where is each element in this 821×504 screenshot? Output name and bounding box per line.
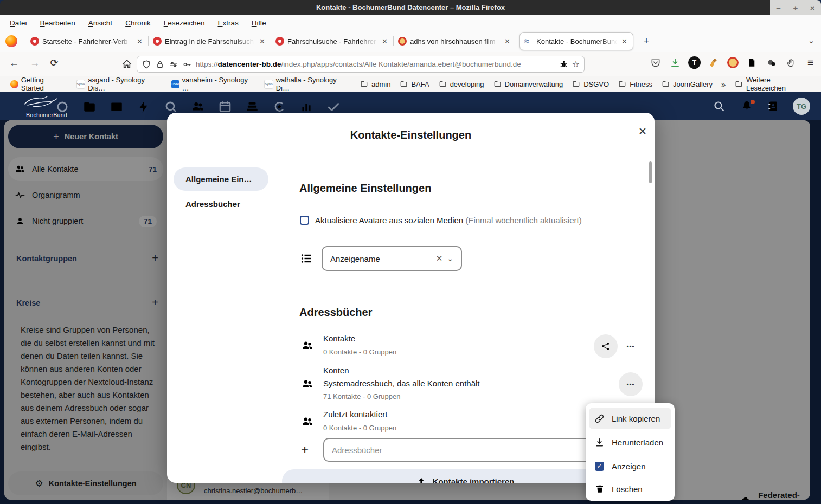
menu-bar: Datei Bearbeiten Ansicht Chronik Lesezei… [0,15,821,30]
bookmark-walhalla[interactable]: Synowalhalla - Synology Di… [261,76,354,92]
contacts-app-icon[interactable] [191,100,205,114]
tab-close-icon[interactable]: ✕ [620,37,628,46]
search-app-icon[interactable] [164,100,178,114]
modal-tab-allgemeine[interactable]: Allgemeine Ein… [174,167,268,191]
menu-hilfe[interactable]: Hilfe [246,19,272,27]
bookmark-folder-dsgvo[interactable]: DSGVO [569,80,612,88]
bookmark-folder-admin[interactable]: admin [357,80,393,88]
tasks-check-icon[interactable] [326,100,341,114]
bookmark-asgard[interactable]: Synoasgard - Synology Dis… [74,76,165,92]
add-addressbook-icon[interactable]: + [301,442,309,457]
dashboard-circle-icon[interactable] [55,100,69,114]
chevron-down-icon[interactable]: ⌄ [447,254,453,263]
addressbook-actions-icon[interactable]: ••• [619,334,643,358]
extension-doc-icon[interactable] [746,56,758,69]
downloads-icon[interactable] [669,56,681,69]
contacts-menu-icon[interactable] [767,100,780,113]
calendar-icon[interactable] [218,100,232,114]
files-icon[interactable] [82,100,97,114]
activity-bolt-icon[interactable] [137,100,151,114]
bookmark-folder-weitere[interactable]: Weitere Lesezeichen [732,76,813,92]
new-tab-button[interactable]: + [639,34,654,49]
synology-favicon: Syno [76,80,86,89]
tab-adhs[interactable]: adhs von hirschhausen film ✕ [394,32,516,50]
reload-icon[interactable]: ⟳ [48,57,61,69]
lock-icon[interactable] [155,60,165,69]
list-all-tabs-icon[interactable]: ⌄ [805,34,818,49]
saved-login-key-icon[interactable] [182,60,192,69]
tab-close-icon[interactable]: ✕ [503,37,511,46]
tab-title: adhs von hirschhausen film [410,37,500,46]
tab-close-icon[interactable]: ✕ [258,37,266,46]
pocket-icon[interactable] [649,56,662,69]
sort-select[interactable]: Anzeigename ✕ ⌄ [322,246,462,271]
menu-extras[interactable]: Extras [213,19,244,27]
firefox-icon[interactable] [5,35,17,47]
share-button[interactable] [594,334,618,358]
bookmark-folder-bafa[interactable]: BAFA [396,80,432,88]
tab-eintrag[interactable]: Eintrag in die Fahrschulsuch ✕ [149,32,271,50]
bochumerbund-logo[interactable]: BochumerBund [9,95,85,119]
extension-t-icon[interactable]: T [688,56,701,69]
forward-icon[interactable]: → [28,57,41,69]
photos-icon[interactable] [110,100,124,114]
back-icon[interactable]: ← [8,57,21,69]
close-button[interactable]: × [810,3,815,12]
menu-datei[interactable]: Datei [4,19,33,27]
tab-close-icon[interactable]: ✕ [136,37,144,46]
modal-scrollbar[interactable] [649,161,652,183]
unified-search-icon[interactable] [713,100,726,113]
bookmark-folder-domainverwaltung[interactable]: Domainverwaltung [490,80,566,88]
trash-icon [594,484,605,494]
sort-select-row: Anzeigename ✕ ⌄ [300,246,462,271]
window-titlebar[interactable]: Kontakte - BochumerBund Datencenter – Mo… [0,0,821,15]
modal-tab-adressbuecher[interactable]: Adressbücher [185,199,240,209]
bookmark-folder-fitness[interactable]: Fitness [615,80,655,88]
addressbook-people-icon [301,415,314,428]
menu-item-herunterladen[interactable]: Herunterladen [589,431,671,453]
addressbook-stats: 0 Kontakte - 0 Gruppen [323,348,396,356]
tab-close-icon[interactable]: ✕ [381,37,389,46]
extension-hand-icon[interactable] [785,56,797,69]
permissions-icon[interactable] [169,60,178,69]
debugger-bug-icon[interactable] [559,60,568,69]
menu-item-anzeigen[interactable]: ✓ Anzeigen [589,455,671,477]
deck-stack-icon[interactable] [245,100,259,114]
tab-title: Kontakte - BochumerBund D [536,37,617,46]
menu-chronik[interactable]: Chronik [120,19,156,27]
menu-item-loeschen[interactable]: Löschen [589,478,671,500]
bookmark-folder-joomgallery[interactable]: JoomGallery [658,80,715,88]
user-avatar[interactable]: TG [793,98,810,115]
tracking-shield-icon[interactable] [142,60,151,69]
collectives-icon[interactable] [272,100,286,114]
url-text[interactable]: https://datencenter-bb.de/index.php/apps… [196,60,555,68]
bookmarks-overflow-icon[interactable]: » [719,80,728,89]
tab-kontakte-active[interactable]: ≈ Kontakte - BochumerBund D ✕ [519,32,633,50]
bookmark-folder-developing[interactable]: developing [435,80,487,88]
maximize-button[interactable]: + [793,3,798,12]
avatar-checkbox[interactable] [300,216,309,225]
minimize-button[interactable]: – [776,3,780,12]
extension-spheres-icon[interactable] [765,56,778,69]
bookmark-vanaheim[interactable]: DSMvanaheim - Synology … [169,76,258,92]
menu-bearbeiten[interactable]: Bearbeiten [35,19,81,27]
extension-broom-icon[interactable] [708,56,720,69]
analytics-chart-icon[interactable] [299,100,313,114]
steering-wheel-favicon [153,37,162,46]
bookmark-getting-started[interactable]: Getting Started [8,76,70,92]
home-icon[interactable] [121,58,133,70]
menu-item-link-kopieren[interactable]: Link kopieren [589,408,671,429]
extension-red-circle-icon[interactable] [727,57,739,68]
menu-ansicht[interactable]: Ansicht [83,19,118,27]
clear-icon[interactable]: ✕ [436,254,443,263]
tab-fahrschulsuche[interactable]: Fahrschulsuche - Fahrlehrer ✕ [271,32,393,50]
steering-wheel-favicon [30,37,39,46]
addressbook-actions-icon-open[interactable]: ••• [619,372,643,396]
menu-lesezeichen[interactable]: Lesezeichen [158,19,210,27]
avatar-checkbox-row[interactable]: Aktualisiere Avatare aus sozialen Medien… [300,216,582,225]
url-bar[interactable]: https://datencenter-bb.de/index.php/apps… [137,56,585,73]
tab-title: Fahrschulsuche - Fahrlehrer [287,37,377,46]
hamburger-menu-icon[interactable]: ≡ [804,56,817,69]
bookmark-star-icon[interactable]: ☆ [572,59,580,69]
tab-startseite[interactable]: Startseite - Fahrlehrer-Verb ✕ [26,32,148,50]
